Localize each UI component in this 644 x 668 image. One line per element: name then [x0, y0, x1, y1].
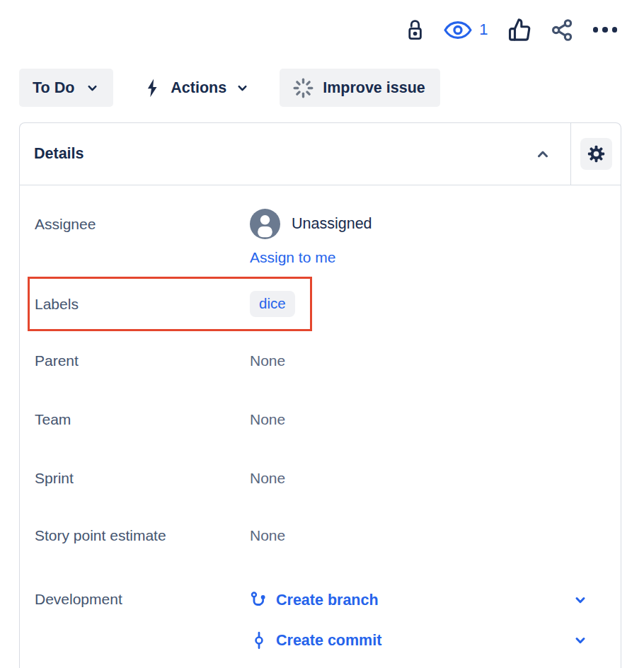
field-row-labels: Labels dice	[20, 277, 621, 331]
field-row-parent[interactable]: Parent None	[20, 331, 621, 390]
lock-icon[interactable]	[406, 17, 424, 43]
story-point-estimate-value: None	[250, 527, 285, 544]
watchers-count: 1	[479, 21, 488, 39]
labels-label: Labels	[35, 296, 250, 313]
team-label: Team	[35, 411, 250, 428]
field-row-development: Development Create branch	[20, 564, 621, 653]
sprint-value: None	[250, 470, 285, 487]
actions-label: Actions	[171, 79, 226, 97]
parent-value: None	[250, 352, 285, 369]
parent-label: Parent	[35, 352, 250, 369]
improve-issue-label: Improve issue	[323, 79, 425, 97]
create-commit-link[interactable]: Create commit	[276, 632, 573, 650]
chevron-down-icon	[86, 81, 99, 95]
git-branch-icon	[250, 591, 268, 609]
gear-icon[interactable]	[580, 138, 612, 170]
details-panel: Details	[19, 122, 621, 668]
jira-issue-detail-screen: 1 To Do	[0, 0, 644, 668]
status-label: To Do	[33, 79, 74, 97]
create-branch-row[interactable]: Create branch	[250, 587, 587, 613]
development-label: Development	[35, 587, 250, 608]
field-row-story-point-estimate[interactable]: Story point estimate None	[20, 507, 621, 564]
assignee-name: Unassigned	[292, 215, 372, 233]
story-point-estimate-label: Story point estimate	[35, 527, 250, 544]
more-actions-icon[interactable]	[593, 27, 618, 33]
lightning-bolt-icon	[144, 78, 161, 98]
status-dropdown-button[interactable]: To Do	[19, 69, 113, 107]
share-icon[interactable]	[551, 18, 574, 42]
assignee-value[interactable]: Unassigned	[250, 209, 372, 239]
thumbs-up-icon[interactable]	[507, 18, 531, 42]
assign-to-me-link[interactable]: Assign to me	[250, 249, 372, 266]
collapse-chevron-up-icon[interactable]	[531, 142, 555, 166]
issue-toolbar: To Do Actions Improve i	[19, 69, 440, 107]
issue-header-actions: 1	[406, 14, 617, 45]
label-chip-dice[interactable]: dice	[250, 291, 295, 317]
field-row-team[interactable]: Team None	[20, 390, 621, 449]
team-value: None	[250, 411, 285, 428]
details-title: Details	[34, 145, 531, 163]
improve-issue-button[interactable]: Improve issue	[280, 69, 440, 107]
create-branch-link[interactable]: Create branch	[276, 592, 573, 609]
field-row-sprint[interactable]: Sprint None	[20, 449, 621, 507]
person-avatar-icon	[250, 209, 280, 239]
git-commit-icon	[250, 631, 268, 650]
chevron-down-icon[interactable]	[573, 633, 587, 647]
chevron-down-icon	[236, 81, 249, 95]
assignee-label: Assignee	[35, 209, 250, 233]
actions-dropdown-button[interactable]: Actions	[141, 69, 252, 107]
chevron-down-icon[interactable]	[573, 593, 587, 607]
field-row-assignee: Assignee Unassigned	[20, 185, 621, 277]
details-panel-header[interactable]: Details	[20, 123, 621, 185]
watch-group[interactable]: 1	[443, 19, 488, 41]
spark-burst-icon	[292, 77, 314, 99]
sprint-label: Sprint	[35, 470, 250, 487]
eye-icon	[443, 19, 473, 41]
create-commit-row[interactable]: Create commit	[250, 628, 587, 653]
